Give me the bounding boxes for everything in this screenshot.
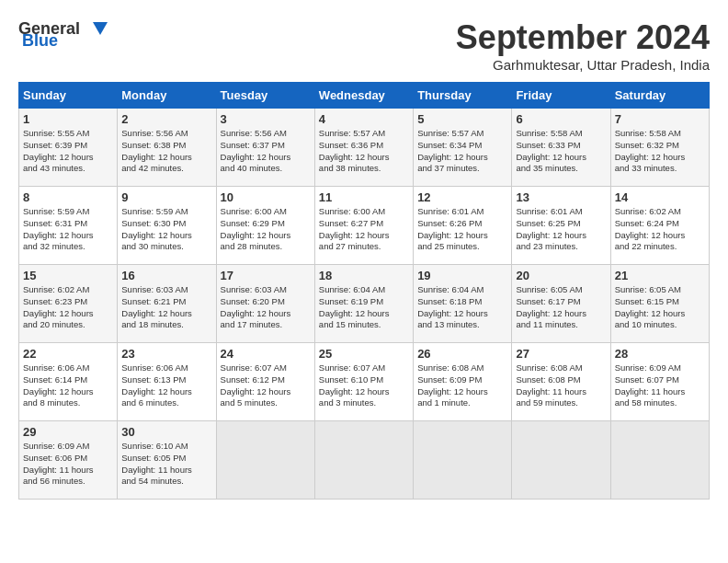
- calendar-cell: 2Sunrise: 5:56 AM Sunset: 6:38 PM Daylig…: [118, 109, 216, 187]
- day-number: 15: [23, 269, 113, 282]
- day-content: Sunrise: 5:57 AM Sunset: 6:36 PM Dayligh…: [319, 128, 409, 175]
- day-content: Sunrise: 5:56 AM Sunset: 6:37 PM Dayligh…: [221, 128, 311, 175]
- day-content: Sunrise: 5:56 AM Sunset: 6:38 PM Dayligh…: [121, 128, 211, 175]
- day-number: 1: [23, 112, 113, 126]
- calendar-row: 1Sunrise: 5:55 AM Sunset: 6:39 PM Daylig…: [19, 109, 710, 187]
- day-number: 16: [121, 269, 211, 282]
- col-thursday: Thursday: [414, 83, 512, 109]
- calendar-cell: 4Sunrise: 5:57 AM Sunset: 6:36 PM Daylig…: [314, 109, 413, 187]
- day-content: Sunrise: 6:02 AM Sunset: 6:23 PM Dayligh…: [23, 284, 113, 331]
- calendar-cell: 9Sunrise: 5:59 AM Sunset: 6:30 PM Daylig…: [118, 187, 216, 265]
- day-content: Sunrise: 6:08 AM Sunset: 6:08 PM Dayligh…: [516, 362, 606, 409]
- calendar-cell: 1Sunrise: 5:55 AM Sunset: 6:39 PM Daylig…: [19, 109, 118, 187]
- day-content: Sunrise: 6:05 AM Sunset: 6:15 PM Dayligh…: [615, 284, 705, 331]
- day-content: Sunrise: 5:59 AM Sunset: 6:30 PM Dayligh…: [121, 206, 211, 253]
- calendar-cell: 7Sunrise: 5:58 AM Sunset: 6:32 PM Daylig…: [610, 109, 709, 187]
- day-content: Sunrise: 6:07 AM Sunset: 6:10 PM Dayligh…: [319, 362, 409, 409]
- svg-marker-0: [93, 22, 108, 35]
- calendar-cell: 25Sunrise: 6:07 AM Sunset: 6:10 PM Dayli…: [314, 343, 413, 421]
- logo-icon: [80, 18, 109, 39]
- calendar-cell: 3Sunrise: 5:56 AM Sunset: 6:37 PM Daylig…: [216, 109, 314, 187]
- col-monday: Monday: [118, 83, 216, 109]
- day-content: Sunrise: 5:59 AM Sunset: 6:31 PM Dayligh…: [23, 206, 113, 253]
- day-number: 13: [516, 190, 606, 204]
- calendar-cell: 12Sunrise: 6:01 AM Sunset: 6:26 PM Dayli…: [414, 187, 512, 265]
- day-number: 19: [417, 269, 507, 282]
- day-number: 5: [417, 112, 507, 126]
- calendar-cell: 27Sunrise: 6:08 AM Sunset: 6:08 PM Dayli…: [512, 343, 610, 421]
- day-content: Sunrise: 6:04 AM Sunset: 6:18 PM Dayligh…: [417, 284, 507, 331]
- calendar-cell: 16Sunrise: 6:03 AM Sunset: 6:21 PM Dayli…: [118, 265, 216, 343]
- calendar-cell: [512, 421, 610, 500]
- day-number: 6: [516, 112, 606, 126]
- col-wednesday: Wednesday: [314, 83, 413, 109]
- calendar-cell: 10Sunrise: 6:00 AM Sunset: 6:29 PM Dayli…: [216, 187, 314, 265]
- day-content: Sunrise: 5:57 AM Sunset: 6:34 PM Dayligh…: [417, 128, 507, 175]
- day-content: Sunrise: 6:07 AM Sunset: 6:12 PM Dayligh…: [221, 362, 311, 409]
- day-content: Sunrise: 6:03 AM Sunset: 6:20 PM Dayligh…: [221, 284, 311, 331]
- day-content: Sunrise: 5:55 AM Sunset: 6:39 PM Dayligh…: [23, 128, 113, 175]
- calendar-cell: 30Sunrise: 6:10 AM Sunset: 6:05 PM Dayli…: [118, 421, 216, 500]
- day-content: Sunrise: 6:02 AM Sunset: 6:24 PM Dayligh…: [615, 206, 705, 253]
- calendar-row: 8Sunrise: 5:59 AM Sunset: 6:31 PM Daylig…: [19, 187, 710, 265]
- day-number: 8: [23, 190, 113, 204]
- day-content: Sunrise: 6:04 AM Sunset: 6:19 PM Dayligh…: [319, 284, 409, 331]
- day-number: 18: [319, 269, 409, 282]
- day-content: Sunrise: 6:09 AM Sunset: 6:07 PM Dayligh…: [615, 362, 705, 409]
- col-sunday: Sunday: [19, 83, 118, 109]
- day-content: Sunrise: 6:10 AM Sunset: 6:05 PM Dayligh…: [121, 441, 211, 488]
- calendar-cell: 29Sunrise: 6:09 AM Sunset: 6:06 PM Dayli…: [19, 421, 118, 500]
- day-number: 30: [121, 425, 211, 439]
- header: General Blue September 2024 Garhmuktesar…: [18, 18, 710, 73]
- calendar-cell: 5Sunrise: 5:57 AM Sunset: 6:34 PM Daylig…: [414, 109, 512, 187]
- title-area: September 2024 Garhmuktesar, Uttar Prade…: [456, 18, 710, 73]
- calendar-cell: 19Sunrise: 6:04 AM Sunset: 6:18 PM Dayli…: [414, 265, 512, 343]
- calendar-cell: [314, 421, 413, 500]
- day-number: 25: [319, 347, 409, 361]
- calendar-row: 22Sunrise: 6:06 AM Sunset: 6:14 PM Dayli…: [19, 343, 710, 421]
- calendar-cell: 17Sunrise: 6:03 AM Sunset: 6:20 PM Dayli…: [216, 265, 314, 343]
- day-number: 20: [516, 269, 606, 282]
- calendar-cell: 11Sunrise: 6:00 AM Sunset: 6:27 PM Dayli…: [314, 187, 413, 265]
- day-content: Sunrise: 6:08 AM Sunset: 6:09 PM Dayligh…: [417, 362, 507, 409]
- calendar-cell: 24Sunrise: 6:07 AM Sunset: 6:12 PM Dayli…: [216, 343, 314, 421]
- day-number: 14: [615, 190, 705, 204]
- day-number: 7: [615, 112, 705, 126]
- logo: General Blue: [18, 18, 109, 51]
- day-number: 2: [121, 112, 211, 126]
- day-content: Sunrise: 6:09 AM Sunset: 6:06 PM Dayligh…: [23, 441, 113, 488]
- calendar-cell: [414, 421, 512, 500]
- calendar-table: Sunday Monday Tuesday Wednesday Thursday…: [18, 82, 710, 500]
- col-saturday: Saturday: [610, 83, 709, 109]
- col-tuesday: Tuesday: [216, 83, 314, 109]
- day-number: 3: [221, 112, 311, 126]
- logo-blue: Blue: [22, 31, 58, 51]
- month-title: September 2024: [456, 18, 710, 57]
- day-number: 26: [417, 347, 507, 361]
- day-content: Sunrise: 6:06 AM Sunset: 6:14 PM Dayligh…: [23, 362, 113, 409]
- day-content: Sunrise: 5:58 AM Sunset: 6:33 PM Dayligh…: [516, 128, 606, 175]
- calendar-cell: 23Sunrise: 6:06 AM Sunset: 6:13 PM Dayli…: [118, 343, 216, 421]
- day-number: 27: [516, 347, 606, 361]
- day-number: 28: [615, 347, 705, 361]
- day-content: Sunrise: 6:00 AM Sunset: 6:27 PM Dayligh…: [319, 206, 409, 253]
- day-content: Sunrise: 6:03 AM Sunset: 6:21 PM Dayligh…: [121, 284, 211, 331]
- day-content: Sunrise: 6:06 AM Sunset: 6:13 PM Dayligh…: [121, 362, 211, 409]
- calendar-row: 29Sunrise: 6:09 AM Sunset: 6:06 PM Dayli…: [19, 421, 710, 500]
- col-friday: Friday: [512, 83, 610, 109]
- day-number: 23: [121, 347, 211, 361]
- day-number: 29: [23, 425, 113, 439]
- calendar-cell: 26Sunrise: 6:08 AM Sunset: 6:09 PM Dayli…: [414, 343, 512, 421]
- day-content: Sunrise: 6:01 AM Sunset: 6:25 PM Dayligh…: [516, 206, 606, 253]
- day-content: Sunrise: 6:01 AM Sunset: 6:26 PM Dayligh…: [417, 206, 507, 253]
- calendar-cell: 18Sunrise: 6:04 AM Sunset: 6:19 PM Dayli…: [314, 265, 413, 343]
- day-number: 10: [221, 190, 311, 204]
- calendar-cell: 13Sunrise: 6:01 AM Sunset: 6:25 PM Dayli…: [512, 187, 610, 265]
- calendar-cell: [610, 421, 709, 500]
- day-number: 21: [615, 269, 705, 282]
- header-row: Sunday Monday Tuesday Wednesday Thursday…: [19, 83, 710, 109]
- calendar-cell: 28Sunrise: 6:09 AM Sunset: 6:07 PM Dayli…: [610, 343, 709, 421]
- day-number: 17: [221, 269, 311, 282]
- calendar-cell: 21Sunrise: 6:05 AM Sunset: 6:15 PM Dayli…: [610, 265, 709, 343]
- calendar-cell: 8Sunrise: 5:59 AM Sunset: 6:31 PM Daylig…: [19, 187, 118, 265]
